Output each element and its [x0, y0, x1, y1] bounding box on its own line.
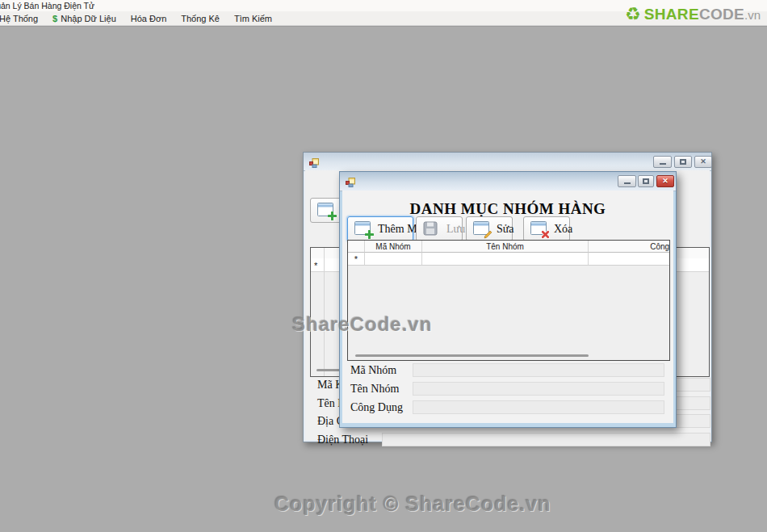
logo-share-text: SHARE	[644, 6, 699, 23]
grid-col-ma-nhom[interactable]: Mã Nhóm	[365, 241, 422, 253]
menu-nhap-du-lieu[interactable]: Nhập Dữ Liệu	[45, 12, 124, 26]
maximize-icon	[643, 178, 649, 184]
sharecode-logo: ♻ SHARECODE.vn	[625, 4, 761, 25]
grid-new-row-cell[interactable]	[589, 253, 670, 266]
menu-nhap-du-lieu-label: Nhập Dữ Liệu	[61, 14, 116, 23]
grid-col-ten-nhom[interactable]: Tên Nhóm	[422, 241, 589, 253]
dollar-icon	[52, 14, 57, 23]
dien-thoai-input[interactable]	[382, 433, 710, 446]
ten-nhom-input[interactable]	[413, 382, 664, 396]
grid-corner-header	[348, 241, 365, 253]
field-label-ten-nhom: Tên Nhóm	[350, 383, 399, 396]
minimize-button[interactable]	[618, 175, 636, 187]
close-button[interactable]: ✕	[694, 156, 712, 168]
menu-he-thong[interactable]: Hệ Thống	[0, 12, 45, 26]
cong-dung-input[interactable]	[413, 400, 664, 414]
maximize-button[interactable]	[638, 175, 654, 187]
luu-button[interactable]: Lưu	[416, 216, 463, 241]
recycle-swirl-icon: ♻	[625, 5, 641, 24]
group-grid[interactable]: Mã Nhóm Tên Nhóm Công Dụng *	[347, 240, 670, 361]
close-icon: ✕	[700, 158, 706, 165]
delete-form-icon	[530, 221, 548, 237]
minimize-button[interactable]	[653, 156, 672, 168]
customer-window-titlebar[interactable]: ✕	[304, 153, 711, 171]
grid-hscrollbar[interactable]	[355, 354, 589, 357]
maximize-button[interactable]	[674, 156, 692, 168]
form-icon	[309, 157, 319, 171]
customer-field-label: Điện Thoại	[317, 434, 368, 446]
field-label-ma-nhom: Mã Nhóm	[350, 364, 396, 377]
grid-new-row-cell[interactable]	[365, 253, 422, 266]
dialog-content: DANH MỤC NHÓM HÀNG Thêm Mới Lưu	[342, 191, 673, 423]
close-button[interactable]: ✕	[656, 175, 674, 187]
xoa-button[interactable]: Xóa	[523, 216, 570, 241]
watermark-copyright: Copyright © ShareCode.vn	[275, 492, 551, 516]
luu-label: Lưu	[446, 223, 465, 236]
maximize-icon	[680, 159, 686, 165]
group-catalog-dialog: ✕ DANH MỤC NHÓM HÀNG Thêm Mới Lưu	[339, 171, 677, 428]
menu-thong-ke[interactable]: Thống Kê	[174, 12, 227, 26]
screen: Quản Lý Bán Hàng Điện Tử Hệ Thống Nhập D…	[0, 0, 767, 532]
close-icon: ✕	[662, 178, 669, 185]
dialog-heading: DANH MỤC NHÓM HÀNG	[342, 200, 673, 218]
sua-label: Sửa	[497, 223, 514, 236]
minimize-icon	[624, 182, 631, 184]
add-form-icon	[317, 203, 335, 218]
them-moi-button[interactable]: Thêm Mới	[347, 216, 413, 241]
logo-code-text: CODE	[699, 6, 744, 23]
grid-new-row-marker[interactable]: *	[348, 253, 365, 266]
form-icon	[346, 176, 355, 191]
minimize-icon	[660, 163, 666, 165]
menu-tim-kiem[interactable]: Tìm Kiếm	[227, 12, 279, 26]
grid-new-row-cell[interactable]	[422, 253, 589, 266]
customer-grid-new-row-marker: *	[314, 261, 317, 270]
edit-form-icon	[473, 221, 491, 237]
ma-nhom-input[interactable]	[413, 363, 664, 377]
menu-hoa-don[interactable]: Hóa Đơn	[124, 12, 174, 26]
xoa-label: Xóa	[554, 223, 572, 236]
dialog-titlebar[interactable]: ✕	[340, 172, 676, 191]
add-form-icon	[354, 221, 372, 237]
save-floppy-icon	[423, 221, 441, 237]
customer-grid-selector-divider	[324, 248, 325, 376]
logo-vn-text: .vn	[744, 8, 761, 22]
sua-button[interactable]: Sửa	[466, 216, 513, 241]
grid-col-cong-dung[interactable]: Công Dụng	[589, 241, 670, 253]
field-label-cong-dung: Công Dụng	[350, 401, 403, 414]
